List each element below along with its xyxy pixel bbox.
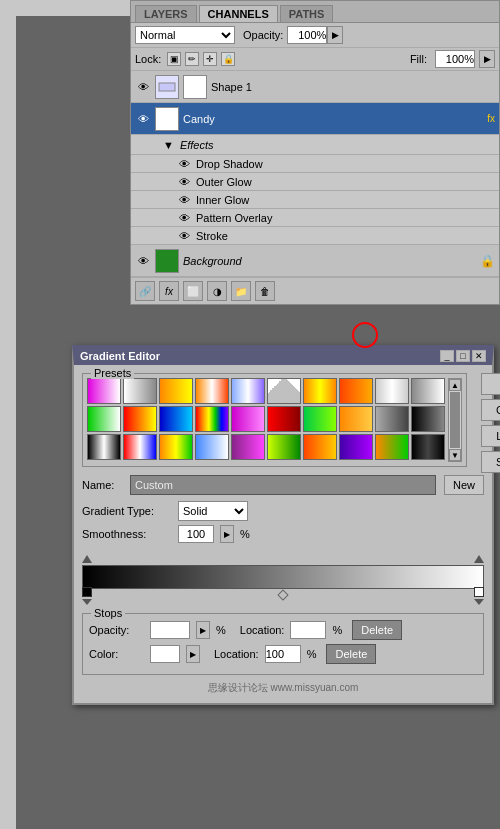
eye-background[interactable]: 👁	[135, 253, 151, 269]
effect-name-stroke: Stroke	[196, 230, 228, 242]
preset-swatch-orange-white-red[interactable]	[195, 378, 229, 404]
preset-swatch-gray-white[interactable]	[411, 378, 445, 404]
fill-input[interactable]	[435, 50, 475, 68]
preset-swatch-rainbow[interactable]	[195, 406, 229, 432]
layer-row-background[interactable]: 👁 Background 🔒	[131, 245, 499, 277]
preset-swatch-red-yellow[interactable]	[123, 406, 157, 432]
tab-paths[interactable]: PATHS	[280, 5, 334, 22]
preset-swatch-orange-gold[interactable]	[339, 406, 373, 432]
preset-swatch-warm-cool[interactable]	[159, 434, 193, 460]
minimize-button[interactable]: _	[440, 350, 454, 362]
preset-swatch-blue-white[interactable]	[195, 434, 229, 460]
lock-icon-bg: 🔒	[480, 254, 495, 268]
new-button[interactable]: New	[444, 475, 484, 495]
scrollbar-up[interactable]: ▲	[449, 379, 461, 391]
color-arrow[interactable]: ▶	[186, 645, 200, 663]
opacity-stop-left[interactable]	[82, 555, 92, 563]
folder-icon[interactable]: 📁	[231, 281, 251, 301]
preset-swatch-orange-yellow-orange[interactable]	[303, 378, 337, 404]
effect-inner-glow[interactable]: 👁 Inner Glow	[131, 191, 499, 209]
eye-shape1[interactable]: 👁	[135, 79, 151, 95]
layer-row-candy[interactable]: 👁 T Candy fx	[131, 103, 499, 135]
lock-all[interactable]: 🔒	[221, 52, 235, 66]
blend-mode-select[interactable]: Normal	[135, 26, 235, 44]
smoothness-arrow[interactable]: ▶	[220, 525, 234, 543]
opacity-stop-arrow[interactable]: ▶	[196, 621, 210, 639]
mask-icon[interactable]: ⬜	[183, 281, 203, 301]
preset-swatch-transparent-diag[interactable]	[267, 378, 301, 404]
presets-and-buttons: Presets ▲ ▼ OK Cancel Load... Save...	[82, 373, 484, 475]
preset-swatch-green-lime[interactable]	[303, 406, 337, 432]
preset-swatch-dark-light-purple[interactable]	[231, 434, 265, 460]
fill-arrow[interactable]: ▶	[479, 50, 495, 68]
color-stop-left[interactable]	[82, 587, 92, 605]
fill-label: Fill:	[410, 53, 427, 65]
midpoint-marker[interactable]	[279, 591, 287, 599]
eye-inner-glow[interactable]: 👁	[179, 194, 190, 206]
effects-header: ▼ Effects	[131, 135, 499, 155]
preset-swatch-light-dark-gray[interactable]	[375, 406, 409, 432]
stops-section: Stops Opacity: ▶ % Location: % Delete Co…	[82, 613, 484, 675]
load-button[interactable]: Load...	[481, 425, 500, 447]
preset-swatch-red-dark[interactable]	[267, 406, 301, 432]
opacity-stop-input[interactable]	[150, 621, 190, 639]
cancel-button[interactable]: Cancel	[481, 399, 500, 421]
effect-outer-glow[interactable]: 👁 Outer Glow	[131, 173, 499, 191]
eye-stroke[interactable]: 👁	[179, 230, 190, 242]
preset-swatch-blue-white-purple[interactable]	[231, 378, 265, 404]
lock-paint[interactable]: ✏	[185, 52, 199, 66]
gradient-bar[interactable]	[82, 565, 484, 589]
preset-swatch-black-dark[interactable]	[411, 434, 445, 460]
color-swatch[interactable]	[150, 645, 180, 663]
effect-pattern-overlay[interactable]: 👁 Pattern Overlay	[131, 209, 499, 227]
preset-swatch-purple-white[interactable]	[87, 378, 121, 404]
eye-drop-shadow[interactable]: 👁	[179, 158, 190, 170]
lock-move[interactable]: ✛	[203, 52, 217, 66]
preset-swatch-orange-green[interactable]	[375, 434, 409, 460]
delete-button-color[interactable]: Delete	[326, 644, 376, 664]
preset-swatch-orange-yellow[interactable]	[159, 378, 193, 404]
eye-pattern-overlay[interactable]: 👁	[179, 212, 190, 224]
preset-swatch-red-orange[interactable]	[339, 378, 373, 404]
opacity-stop-right[interactable]	[474, 555, 484, 563]
delete-button-opacity[interactable]: Delete	[352, 620, 402, 640]
gradient-type-select[interactable]: Solid Noise	[178, 501, 248, 521]
preset-swatch-red-gold[interactable]	[303, 434, 337, 460]
preset-swatch-green-white[interactable]	[87, 406, 121, 432]
preset-swatch-gray-white-gray[interactable]	[375, 378, 409, 404]
eye-candy[interactable]: 👁	[135, 111, 151, 127]
trash-icon[interactable]: 🗑	[255, 281, 275, 301]
layer-row-shape1[interactable]: 👁 Shape 1	[131, 71, 499, 103]
preset-swatch-white-gray[interactable]	[123, 378, 157, 404]
tab-layers[interactable]: LAYERS	[135, 5, 197, 22]
preset-swatch-dark-purple[interactable]	[339, 434, 373, 460]
location-input-opacity[interactable]	[290, 621, 326, 639]
save-button[interactable]: Save...	[481, 451, 500, 473]
preset-swatch-black-gray[interactable]	[411, 406, 445, 432]
scrollbar-thumb[interactable]	[450, 392, 460, 448]
preset-swatch-purple-light[interactable]	[231, 406, 265, 432]
name-input[interactable]	[130, 475, 436, 495]
scrollbar-down[interactable]: ▼	[449, 449, 461, 461]
opacity-input[interactable]	[287, 26, 327, 44]
opacity-arrow[interactable]: ▶	[327, 26, 343, 44]
effect-stroke[interactable]: 👁 Stroke	[131, 227, 499, 245]
tab-channels[interactable]: CHANNELS	[199, 5, 278, 22]
close-button[interactable]: ✕	[472, 350, 486, 362]
lock-transparency[interactable]: ▣	[167, 52, 181, 66]
fx-icon[interactable]: fx	[159, 281, 179, 301]
preset-swatch-blue-cyan[interactable]	[159, 406, 193, 432]
preset-swatch-lime-dark-green[interactable]	[267, 434, 301, 460]
ok-button[interactable]: OK	[481, 373, 500, 395]
maximize-button[interactable]: □	[456, 350, 470, 362]
eye-outer-glow[interactable]: 👁	[179, 176, 190, 188]
color-stop-right[interactable]	[474, 587, 484, 605]
preset-swatch-red-white-blue[interactable]	[123, 434, 157, 460]
smoothness-input[interactable]	[178, 525, 214, 543]
preset-swatch-black-white-black[interactable]	[87, 434, 121, 460]
adjustment-icon[interactable]: ◑	[207, 281, 227, 301]
location-input-color[interactable]	[265, 645, 301, 663]
effect-drop-shadow[interactable]: 👁 Drop Shadow	[131, 155, 499, 173]
link-icon[interactable]: 🔗	[135, 281, 155, 301]
effects-toggle[interactable]: ▼	[163, 139, 174, 151]
